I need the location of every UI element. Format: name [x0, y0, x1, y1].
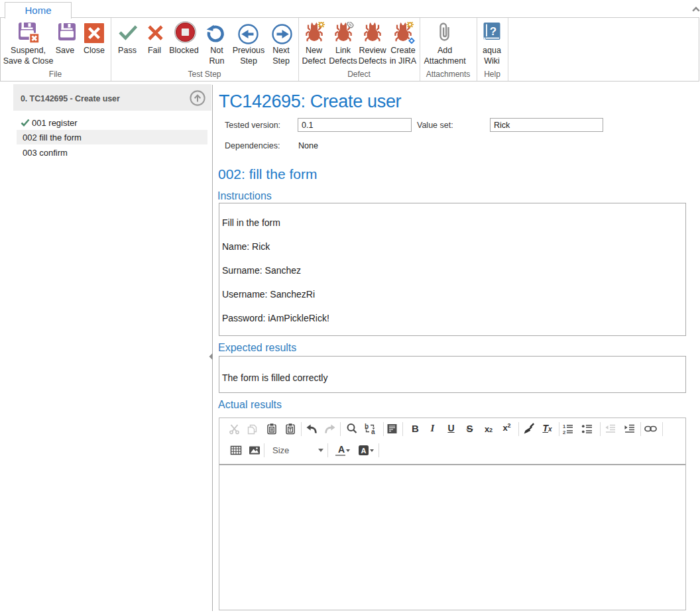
svg-text:?: ?	[490, 25, 496, 38]
svg-text:2: 2	[563, 429, 565, 435]
svg-text:A: A	[361, 447, 367, 455]
